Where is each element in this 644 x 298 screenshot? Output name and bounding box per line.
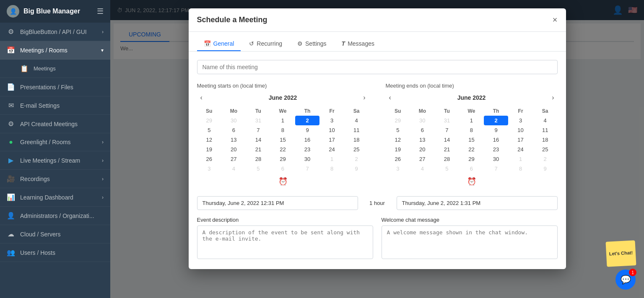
cal-day[interactable]: 3 bbox=[197, 164, 222, 174]
cal-day[interactable]: 21 bbox=[435, 145, 460, 154]
cal-day[interactable]: 3 bbox=[508, 116, 533, 125]
cal-day[interactable]: 7 bbox=[246, 125, 271, 135]
sidebar-item-users[interactable]: 👥 Users / Hosts bbox=[0, 244, 110, 262]
cal-right-next[interactable]: › bbox=[548, 92, 557, 103]
cal-day[interactable]: 2 bbox=[484, 116, 509, 125]
cal-day[interactable]: 9 bbox=[484, 125, 509, 135]
cal-day[interactable]: 24 bbox=[319, 145, 344, 154]
cal-day[interactable]: 30 bbox=[221, 116, 246, 125]
tab-general[interactable]: 📅 General bbox=[197, 37, 241, 51]
cal-day[interactable]: 1 bbox=[270, 116, 295, 125]
chat-bubble-button[interactable]: 💬 1 bbox=[615, 269, 636, 290]
cal-day[interactable]: 12 bbox=[386, 135, 410, 145]
cal-day[interactable]: 28 bbox=[246, 154, 271, 164]
cal-left-clock[interactable]: ⏰ bbox=[197, 174, 369, 189]
cal-day[interactable]: 2 bbox=[344, 154, 369, 164]
cal-day[interactable]: 8 bbox=[508, 164, 533, 174]
cal-day[interactable]: 7 bbox=[295, 164, 320, 174]
cal-day[interactable]: 19 bbox=[197, 145, 222, 154]
cal-day[interactable]: 7 bbox=[435, 125, 460, 135]
cal-day[interactable]: 4 bbox=[410, 164, 435, 174]
cal-day[interactable]: 3 bbox=[386, 164, 410, 174]
cal-day[interactable]: 31 bbox=[435, 116, 460, 125]
meeting-name-input[interactable] bbox=[197, 60, 558, 74]
cal-day[interactable]: 26 bbox=[197, 154, 222, 164]
tab-recurring[interactable]: ↺ Recurring bbox=[242, 37, 289, 51]
cal-day[interactable]: 22 bbox=[270, 145, 295, 154]
cal-day[interactable]: 21 bbox=[246, 145, 271, 154]
cal-day[interactable]: 30 bbox=[484, 154, 509, 164]
menu-icon[interactable]: ☰ bbox=[97, 7, 104, 16]
cal-day[interactable]: 5 bbox=[197, 125, 222, 135]
cal-day[interactable]: 11 bbox=[344, 125, 369, 135]
cal-day[interactable]: 23 bbox=[484, 145, 509, 154]
tab-messages[interactable]: T Messages bbox=[335, 37, 381, 51]
cal-day[interactable]: 4 bbox=[533, 116, 558, 125]
cal-day[interactable]: 2 bbox=[295, 116, 320, 125]
cal-day[interactable]: 2 bbox=[533, 154, 558, 164]
cal-day[interactable]: 27 bbox=[410, 154, 435, 164]
cal-day[interactable]: 15 bbox=[270, 135, 295, 145]
cal-day[interactable]: 26 bbox=[386, 154, 410, 164]
cal-day[interactable]: 9 bbox=[533, 164, 558, 174]
cal-day[interactable]: 1 bbox=[508, 154, 533, 164]
cal-day[interactable]: 4 bbox=[221, 164, 246, 174]
cal-day[interactable]: 20 bbox=[221, 145, 246, 154]
sidebar-item-meetings[interactable]: 📋 Meetings bbox=[0, 60, 110, 78]
cal-day[interactable]: 9 bbox=[295, 125, 320, 135]
event-desc-textarea[interactable] bbox=[197, 225, 373, 259]
cal-day[interactable]: 8 bbox=[459, 125, 484, 135]
cal-right-prev[interactable]: ‹ bbox=[386, 92, 395, 103]
cal-day[interactable]: 20 bbox=[410, 145, 435, 154]
cal-day[interactable]: 9 bbox=[344, 164, 369, 174]
cal-day[interactable]: 6 bbox=[459, 164, 484, 174]
cal-day[interactable]: 14 bbox=[435, 135, 460, 145]
cal-day[interactable]: 31 bbox=[246, 116, 271, 125]
cal-day[interactable]: 29 bbox=[197, 116, 222, 125]
cal-day[interactable]: 4 bbox=[344, 116, 369, 125]
sidebar-item-meetings-rooms[interactable]: 📅 Meetings / Rooms ▾ bbox=[0, 41, 110, 60]
cal-day[interactable]: 30 bbox=[410, 116, 435, 125]
cal-left-next[interactable]: › bbox=[360, 92, 369, 103]
sidebar-item-bbb-api[interactable]: ⚙ BigBlueButton / API / GUI › bbox=[0, 23, 110, 41]
cal-day[interactable]: 1 bbox=[319, 154, 344, 164]
sidebar-item-learning[interactable]: 📊 Learning Dashboard › bbox=[0, 188, 110, 207]
cal-day[interactable]: 5 bbox=[246, 164, 271, 174]
cal-day[interactable]: 15 bbox=[459, 135, 484, 145]
cal-day[interactable]: 13 bbox=[410, 135, 435, 145]
cal-day[interactable]: 7 bbox=[484, 164, 509, 174]
cal-day[interactable]: 29 bbox=[270, 154, 295, 164]
chat-sticky-note[interactable]: Let's Chat! bbox=[605, 240, 636, 267]
cal-day[interactable]: 28 bbox=[435, 154, 460, 164]
cal-day[interactable]: 18 bbox=[533, 135, 558, 145]
tab-settings[interactable]: ⚙ Settings bbox=[291, 37, 333, 51]
cal-day[interactable]: 5 bbox=[386, 125, 410, 135]
cal-right-clock[interactable]: ⏰ bbox=[386, 174, 558, 189]
cal-day[interactable]: 8 bbox=[319, 164, 344, 174]
modal-close-button[interactable]: × bbox=[553, 15, 558, 25]
cal-day[interactable]: 10 bbox=[319, 125, 344, 135]
cal-day[interactable]: 25 bbox=[533, 145, 558, 154]
sidebar-item-admins[interactable]: 👤 Administrators / Organizati... bbox=[0, 207, 110, 225]
cal-day[interactable]: 6 bbox=[221, 125, 246, 135]
cal-day[interactable]: 24 bbox=[508, 145, 533, 154]
cal-day[interactable]: 16 bbox=[484, 135, 509, 145]
sidebar-item-greenlight[interactable]: ● Greenlight / Rooms › bbox=[0, 133, 110, 151]
cal-day[interactable]: 6 bbox=[410, 125, 435, 135]
sidebar-item-api-meetings[interactable]: ⚙ API Created Meetings bbox=[0, 115, 110, 133]
cal-day[interactable]: 17 bbox=[508, 135, 533, 145]
cal-day[interactable]: 27 bbox=[221, 154, 246, 164]
cal-day[interactable]: 5 bbox=[435, 164, 460, 174]
cal-day[interactable]: 16 bbox=[295, 135, 320, 145]
cal-day[interactable]: 19 bbox=[386, 145, 410, 154]
cal-day[interactable]: 29 bbox=[386, 116, 410, 125]
cal-day[interactable]: 30 bbox=[295, 154, 320, 164]
cal-day[interactable]: 10 bbox=[508, 125, 533, 135]
cal-day[interactable]: 11 bbox=[533, 125, 558, 135]
welcome-msg-textarea[interactable] bbox=[382, 225, 558, 259]
sidebar-item-presentations[interactable]: 📄 Presentations / Files bbox=[0, 78, 110, 96]
sidebar-item-cloud[interactable]: ☁ Cloud / Servers bbox=[0, 225, 110, 244]
sidebar-item-recordings[interactable]: 🎥 Recordings › bbox=[0, 170, 110, 188]
cal-day[interactable]: 12 bbox=[197, 135, 222, 145]
cal-day[interactable]: 8 bbox=[270, 125, 295, 135]
